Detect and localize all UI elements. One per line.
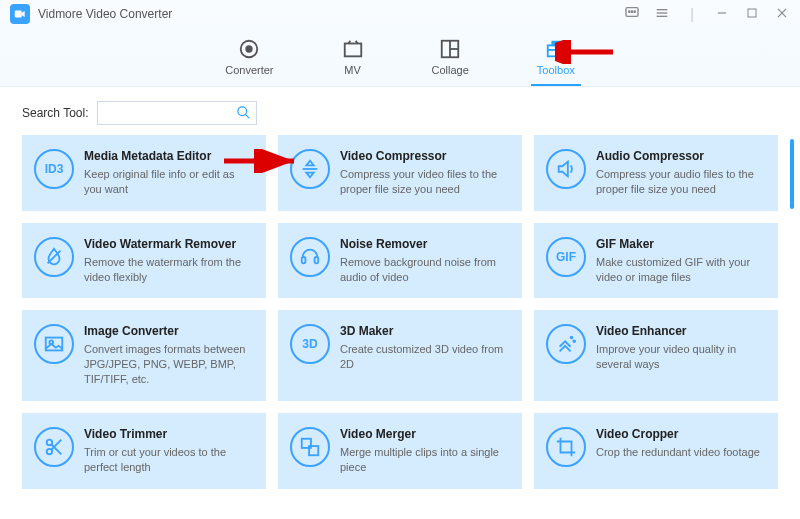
svg-point-2	[629, 11, 630, 12]
tool-title: Video Watermark Remover	[84, 237, 254, 251]
search-input[interactable]	[97, 101, 257, 125]
tool-title: Video Compressor	[340, 149, 510, 163]
tool-icon	[546, 427, 586, 467]
main-tabs: Converter MV Collage Toolbox	[0, 28, 800, 87]
tab-label: Toolbox	[537, 64, 575, 76]
tool-title: Video Trimmer	[84, 427, 254, 441]
search-icon[interactable]	[236, 105, 251, 124]
tool-desc: Make customized GIF with your video or i…	[596, 255, 766, 285]
svg-point-4	[634, 11, 635, 12]
svg-point-13	[247, 46, 253, 52]
tab-collage[interactable]: Collage	[426, 34, 475, 86]
tool-title: Video Cropper	[596, 427, 760, 441]
tool-icon	[290, 427, 330, 467]
tool-title: GIF Maker	[596, 237, 766, 251]
tool-title: Image Converter	[84, 324, 254, 338]
search-bar: Search Tool:	[0, 87, 800, 135]
svg-point-30	[571, 337, 573, 339]
tool-card[interactable]: Video MergerMerge multiple clips into a …	[278, 413, 522, 489]
minimize-button[interactable]	[714, 6, 730, 23]
menu-icon[interactable]	[654, 5, 670, 24]
tool-card[interactable]: Noise RemoverRemove background noise fro…	[278, 223, 522, 299]
search-label: Search Tool:	[22, 106, 89, 120]
svg-rect-28	[46, 338, 63, 351]
tool-title: Audio Compressor	[596, 149, 766, 163]
tool-title: 3D Maker	[340, 324, 510, 338]
svg-rect-14	[344, 44, 361, 57]
tab-toolbox[interactable]: Toolbox	[531, 34, 581, 86]
tool-desc: Create customized 3D video from 2D	[340, 342, 510, 372]
tool-card[interactable]: GIFGIF MakerMake customized GIF with you…	[534, 223, 778, 299]
tab-mv[interactable]: MV	[336, 34, 370, 86]
tool-icon	[546, 149, 586, 189]
svg-point-31	[573, 341, 575, 343]
tool-card[interactable]: Video CropperCrop the redundant video fo…	[534, 413, 778, 489]
tool-card[interactable]: Image ConverterConvert images formats be…	[22, 310, 266, 401]
tool-title: Noise Remover	[340, 237, 510, 251]
app-title: Vidmore Video Converter	[38, 7, 172, 21]
tool-icon	[290, 237, 330, 277]
tab-converter[interactable]: Converter	[219, 34, 279, 86]
tool-card[interactable]: ID3Media Metadata EditorKeep original fi…	[22, 135, 266, 211]
svg-rect-0	[15, 11, 22, 18]
app-logo	[10, 4, 30, 24]
tab-label: MV	[344, 64, 361, 76]
scrollbar-thumb[interactable]	[790, 139, 794, 209]
tool-desc: Crop the redundant video footage	[596, 445, 760, 460]
tool-desc: Merge multiple clips into a single piece	[340, 445, 510, 475]
svg-point-22	[237, 107, 246, 116]
tool-title: Video Merger	[340, 427, 510, 441]
tool-card[interactable]: Video EnhancerImprove your video quality…	[534, 310, 778, 401]
tool-grid-wrap: ID3Media Metadata EditorKeep original fi…	[0, 135, 800, 519]
tool-desc: Compress your audio files to the proper …	[596, 167, 766, 197]
tool-card[interactable]: 3D3D MakerCreate customized 3D video fro…	[278, 310, 522, 401]
svg-rect-9	[748, 9, 756, 17]
tool-desc: Remove background noise from audio of vi…	[340, 255, 510, 285]
window-controls: |	[624, 5, 790, 24]
tool-desc: Trim or cut your videos to the perfect l…	[84, 445, 254, 475]
svg-line-23	[245, 114, 249, 118]
tool-grid: ID3Media Metadata EditorKeep original fi…	[22, 135, 778, 489]
tool-desc: Remove the watermark from the video flex…	[84, 255, 254, 285]
tool-icon: ID3	[34, 149, 74, 189]
maximize-button[interactable]	[744, 6, 760, 22]
tool-card[interactable]: Video Watermark RemoverRemove the waterm…	[22, 223, 266, 299]
tool-icon	[34, 427, 74, 467]
divider: |	[684, 6, 700, 22]
tool-desc: Keep original file info or edit as you w…	[84, 167, 254, 197]
tool-title: Media Metadata Editor	[84, 149, 254, 163]
svg-rect-19	[552, 42, 559, 46]
tool-card[interactable]: Audio CompressorCompress your audio file…	[534, 135, 778, 211]
svg-rect-27	[315, 257, 319, 263]
titlebar: Vidmore Video Converter |	[0, 0, 800, 28]
tool-icon: GIF	[546, 237, 586, 277]
close-button[interactable]	[774, 6, 790, 23]
tool-desc: Convert images formats between JPG/JPEG,…	[84, 342, 254, 387]
tool-card[interactable]: Video TrimmerTrim or cut your videos to …	[22, 413, 266, 489]
tool-icon	[34, 237, 74, 277]
tool-desc: Compress your video files to the proper …	[340, 167, 510, 197]
svg-rect-18	[548, 45, 565, 56]
tool-card[interactable]: Video CompressorCompress your video file…	[278, 135, 522, 211]
svg-rect-26	[302, 257, 306, 263]
feedback-icon[interactable]	[624, 5, 640, 24]
tool-desc: Improve your video quality in several wa…	[596, 342, 766, 372]
tool-icon: 3D	[290, 324, 330, 364]
tool-icon	[290, 149, 330, 189]
tab-label: Collage	[432, 64, 469, 76]
tool-icon	[34, 324, 74, 364]
tool-title: Video Enhancer	[596, 324, 766, 338]
svg-point-3	[631, 11, 632, 12]
tool-icon	[546, 324, 586, 364]
tab-label: Converter	[225, 64, 273, 76]
